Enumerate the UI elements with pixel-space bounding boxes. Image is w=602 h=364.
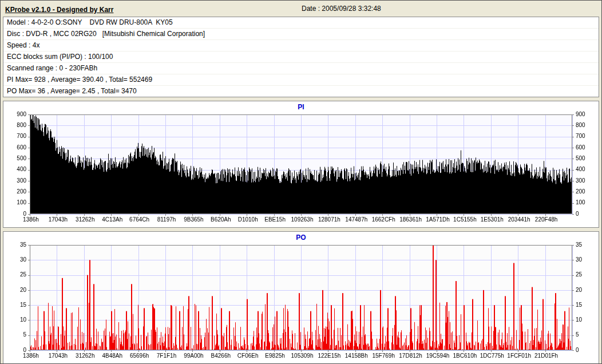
kprobe-window: KProbe v2.1.0 - Designed by Karr Date : … <box>0 0 602 364</box>
app-title: KProbe v2.1.0 - Designed by Karr <box>5 6 113 14</box>
info-row-po-stats: PO Max= 36 , Average= 2.45 , Total= 3470 <box>3 86 599 97</box>
header: KProbe v2.1.0 - Designed by Karr Date : … <box>1 1 601 15</box>
scan-info-panel: Model : 4-0-2-0 O:SONY DVD RW DRU-800A K… <box>3 17 599 97</box>
info-row-ecc-blocks: ECC blocks sum (PI/PO) : 100/100 <box>3 52 599 63</box>
info-row-speed: Speed : 4x <box>3 40 599 52</box>
pi-chart-panel: PI <box>3 101 599 228</box>
info-row-model: Model : 4-0-2-0 O:SONY DVD RW DRU-800A K… <box>3 17 599 29</box>
po-chart-panel: PO <box>3 231 599 364</box>
po-chart <box>3 242 599 362</box>
info-row-pi-stats: PI Max= 928 , Average= 390.40 , Total= 5… <box>3 74 599 86</box>
po-chart-title: PO <box>3 232 599 242</box>
info-row-disc: Disc : DVD-R , MCC 02RG20 [Mitsubishi Ch… <box>3 29 599 40</box>
scan-date: Date : 2005/09/28 3:32:48 <box>302 5 381 13</box>
pi-chart-title: PI <box>3 101 599 112</box>
pi-chart <box>3 112 599 226</box>
info-row-scanned-range: Scanned range : 0 - 230FABh <box>3 63 599 74</box>
